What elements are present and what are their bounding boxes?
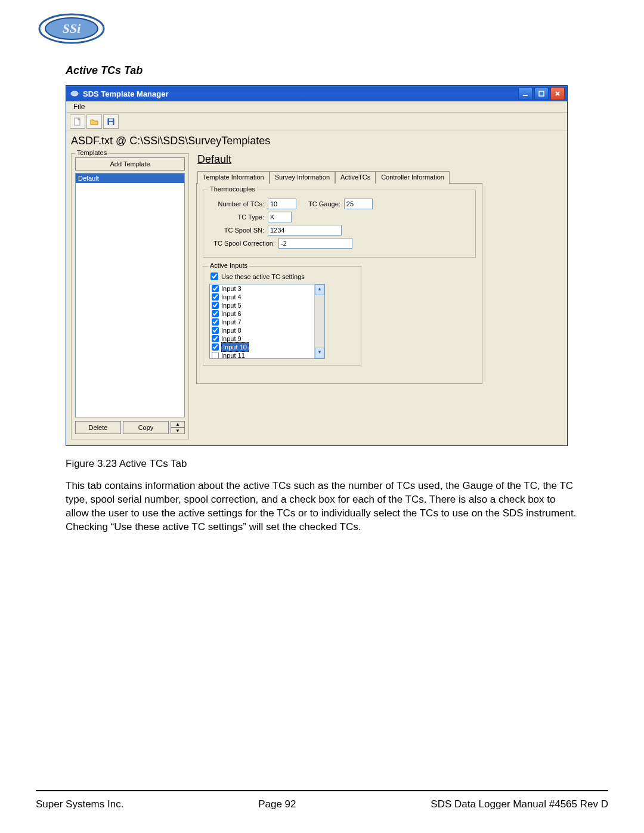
tc-correction-input[interactable] (278, 238, 352, 249)
templates-label: Templates (75, 149, 109, 156)
page-footer: Super Systems Inc. Page 92 SDS Data Logg… (36, 798, 608, 810)
input-label: Input 7 (221, 318, 242, 326)
close-button[interactable] (550, 87, 565, 100)
input-checkbox[interactable] (212, 302, 219, 309)
svg-rect-5 (539, 91, 544, 96)
scroll-up-icon[interactable]: ▲ (315, 284, 324, 295)
input-label: Input 4 (221, 293, 242, 301)
use-active-settings-checkbox[interactable] (210, 272, 218, 280)
menu-file[interactable]: File (70, 102, 88, 112)
save-button[interactable] (103, 114, 119, 129)
tc-spool-input[interactable] (268, 225, 342, 236)
new-button[interactable] (70, 114, 85, 129)
input-row[interactable]: Input 11 (210, 351, 324, 359)
input-row[interactable]: Input 7 (210, 318, 324, 326)
tc-spool-label: TC Spool SN: (209, 227, 264, 234)
open-button[interactable] (86, 114, 102, 129)
svg-text:SSi: SSi (63, 21, 81, 36)
tc-gauge-input[interactable] (344, 199, 373, 209)
footer-right: SDS Data Logger Manual #4565 Rev D (431, 798, 608, 810)
file-path: ASDF.txt @ C:\SSi\SDS\SurveyTemplates (66, 131, 567, 150)
input-label: Input 9 (221, 335, 242, 343)
input-checkbox[interactable] (212, 335, 219, 342)
input-checkbox[interactable] (212, 310, 219, 317)
tc-type-label: TC Type: (209, 213, 264, 221)
section-title: Active TCs Tab (66, 64, 608, 77)
templates-panel: Templates Add Template Default Delete Co… (71, 153, 189, 439)
move-up-button[interactable]: ▲ (171, 421, 185, 428)
input-label: Input 8 (221, 326, 242, 335)
tc-gauge-label: TC Gauge: (308, 200, 340, 208)
input-row[interactable]: Input 10 (210, 343, 324, 351)
tab-controller-information[interactable]: Controller Information (376, 171, 450, 184)
tab-survey-information[interactable]: Survey Information (270, 171, 335, 184)
input-row[interactable]: Input 6 (210, 309, 324, 318)
input-checkbox[interactable] (212, 343, 219, 351)
input-label: Input 11 (221, 351, 245, 359)
input-row[interactable]: Input 9 (210, 335, 324, 343)
svg-rect-9 (109, 122, 113, 125)
active-inputs-legend: Active Inputs (208, 262, 249, 269)
copy-button[interactable]: Copy (123, 421, 169, 434)
input-label: Input 3 (221, 284, 242, 293)
tc-correction-label: TC Spool Correction: (209, 240, 275, 247)
input-checkbox[interactable] (212, 285, 219, 292)
menubar: File (66, 101, 567, 113)
ssi-logo: SSi (36, 11, 107, 47)
input-checkbox[interactable] (212, 318, 219, 326)
window-title: SDS Template Manager (83, 89, 518, 98)
tab-active-tcs[interactable]: ActiveTCs (335, 171, 376, 184)
svg-rect-4 (523, 95, 528, 96)
titlebar: SDS Template Manager (66, 86, 567, 101)
toolbar (66, 113, 567, 131)
use-active-settings-label: Use these active TC settings (221, 273, 305, 280)
thermocouples-group: Thermocouples Number of TCs: TC Gauge: T… (203, 190, 476, 258)
app-icon (70, 89, 79, 98)
template-item[interactable]: Default (76, 174, 184, 183)
template-list[interactable]: Default (75, 173, 185, 417)
move-down-button[interactable]: ▼ (171, 428, 185, 434)
input-label: Input 5 (221, 301, 242, 309)
body-paragraph: This tab contains information about the … (66, 479, 578, 534)
add-template-button[interactable]: Add Template (75, 157, 185, 171)
delete-button[interactable]: Delete (75, 421, 121, 434)
tab-template-information[interactable]: Template Information (197, 171, 270, 184)
input-row[interactable]: Input 4 (210, 293, 324, 301)
input-label: Input 6 (221, 309, 242, 318)
svg-point-3 (71, 91, 78, 96)
inputs-list[interactable]: Input 3Input 4Input 5Input 6Input 7Input… (209, 284, 325, 359)
input-label: Input 10 (221, 342, 249, 352)
minimize-button[interactable] (518, 87, 532, 100)
input-checkbox[interactable] (212, 293, 219, 301)
scroll-down-icon[interactable]: ▼ (315, 348, 324, 358)
input-row[interactable]: Input 3 (210, 284, 324, 293)
app-window: SDS Template Manager File (66, 85, 568, 446)
tabs: Template Information Survey Information … (197, 171, 562, 183)
footer-center: Page 92 (258, 798, 296, 810)
active-inputs-group: Active Inputs Use these active TC settin… (203, 266, 361, 366)
svg-rect-8 (109, 119, 113, 121)
footer-left: Super Systems Inc. (36, 798, 123, 810)
figure-caption: Figure 3.23 Active TCs Tab (66, 458, 608, 470)
footer-rule (36, 790, 608, 791)
tc-type-input[interactable] (268, 212, 292, 222)
num-tcs-input[interactable] (268, 199, 296, 209)
maximize-button[interactable] (534, 87, 549, 100)
tab-body: Thermocouples Number of TCs: TC Gauge: T… (196, 183, 482, 384)
input-row[interactable]: Input 5 (210, 301, 324, 309)
input-checkbox[interactable] (212, 352, 219, 359)
num-tcs-label: Number of TCs: (209, 200, 264, 208)
input-row[interactable]: Input 8 (210, 326, 324, 335)
panel-title: Default (197, 153, 562, 166)
input-checkbox[interactable] (212, 327, 219, 334)
thermocouples-legend: Thermocouples (208, 185, 257, 193)
